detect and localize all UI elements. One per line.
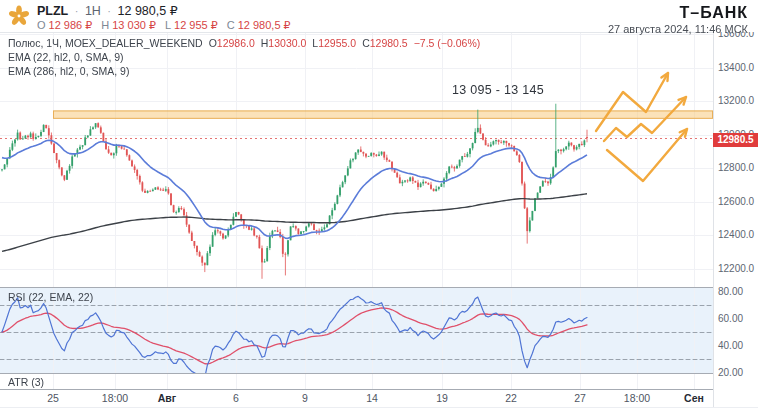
time-tick-label: Сен [684, 393, 704, 404]
ohlc-key: L [165, 19, 171, 31]
trading-app-window: PLZL · 1H · 12 980,5 ₽ O12 986 ₽H13 030 … [0, 0, 758, 414]
price-tick-label: 13400.0 [718, 63, 754, 73]
rsi-tick-label: 20.00 [718, 368, 743, 378]
instrument-header: PLZL · 1H · 12 980,5 ₽ O12 986 ₽H13 030 … [0, 0, 758, 32]
time-tick-label: 6 [233, 393, 239, 404]
rsi-pane-divider[interactable] [0, 287, 758, 288]
ohlc-key: O [209, 37, 217, 49]
atr-pane-divider[interactable] [0, 373, 758, 374]
price-tick-label: 12200.0 [718, 264, 754, 274]
rsi-tick-label: 80.00 [718, 287, 743, 297]
atr-indicator-label: ATR (3) [8, 376, 44, 388]
rsi-indicator-label: RSI (22, EMA, 22) [8, 291, 93, 303]
datetime-label: 27 августа 2024, 11:46 МСК [608, 23, 748, 35]
ohlc-key: C [362, 37, 370, 49]
ohlc-value: 12 955 ₽ [174, 19, 218, 31]
ohlc-value: 13 030 ₽ [112, 19, 156, 31]
ohlc-key: H [101, 19, 109, 31]
time-tick-label: 9 [302, 393, 308, 404]
series-legend-row: Полюс, 1Ч, MOEX_DEALER_WEEKENDO12986.0H1… [8, 36, 480, 50]
ohlc-value: 12 986 ₽ [49, 19, 93, 31]
time-tick-label: 27 [574, 393, 586, 404]
time-tick-label: Авг [158, 393, 176, 404]
dot-separator: · [107, 5, 111, 17]
time-tick-label: 18:00 [102, 393, 128, 404]
ohlc-value: 12955.0 [318, 37, 356, 49]
change-value: −7.5 (−0.06%) [414, 37, 481, 49]
time-tick-label: 22 [505, 393, 517, 404]
time-tick-label: 25 [47, 393, 59, 404]
ohlc-value: 13030.0 [268, 37, 306, 49]
ohlc-readout: O12 986 ₽H13 030 ₽L12 955 ₽C12 980,5 ₽ [37, 19, 300, 32]
ohlc-value: 12980.5 [370, 37, 408, 49]
ticker-symbol: PLZL [37, 4, 68, 18]
ohlc-key: C [227, 19, 235, 31]
resistance-zone-label: 13 095 - 13 145 [452, 83, 544, 97]
instrument-title: PLZL · 1H · 12 980,5 ₽ [37, 4, 300, 18]
ohlc-value: 12 980,5 ₽ [238, 19, 291, 31]
price-tick-label: 12600.0 [718, 197, 754, 207]
time-axis[interactable]: 2518:00Авг691419222718:00Сен [0, 390, 713, 407]
time-tick-label: 18:00 [624, 393, 650, 404]
series-label: Полюс, 1Ч, MOEX_DEALER_WEEKEND [8, 37, 203, 49]
last-price-badge: 12980.5 [713, 133, 758, 147]
ema-fast-legend: EMA (22, hl2, 0, SMA, 9) [8, 50, 480, 64]
timeframe-label[interactable]: 1H [85, 4, 101, 18]
ohlc-key: O [37, 19, 46, 31]
bank-logo-text: Т–БАНК [608, 5, 748, 21]
price-tick-label: 13200.0 [718, 96, 754, 106]
chart-legend: Полюс, 1Ч, MOEX_DEALER_WEEKENDO12986.0H1… [8, 36, 480, 78]
price-tick-label: 12400.0 [718, 230, 754, 240]
ohlc-value: 12986.0 [217, 37, 255, 49]
price-axis[interactable]: 13600.013400.013200.013000.012800.012600… [713, 0, 758, 407]
ema-slow-legend: EMA (286, hl2, 0, SMA, 9) [8, 64, 480, 78]
polyus-logo-icon [8, 5, 30, 27]
price-tick-label: 12800.0 [718, 163, 754, 173]
time-tick-label: 19 [436, 393, 448, 404]
window-bottom-edge [0, 407, 758, 414]
time-tick-label: 14 [366, 393, 378, 404]
dot-separator: · [75, 5, 79, 17]
rsi-tick-label: 60.00 [718, 314, 743, 324]
current-price: 12 980,5 ₽ [118, 4, 178, 18]
rsi-tick-label: 40.00 [718, 341, 743, 351]
